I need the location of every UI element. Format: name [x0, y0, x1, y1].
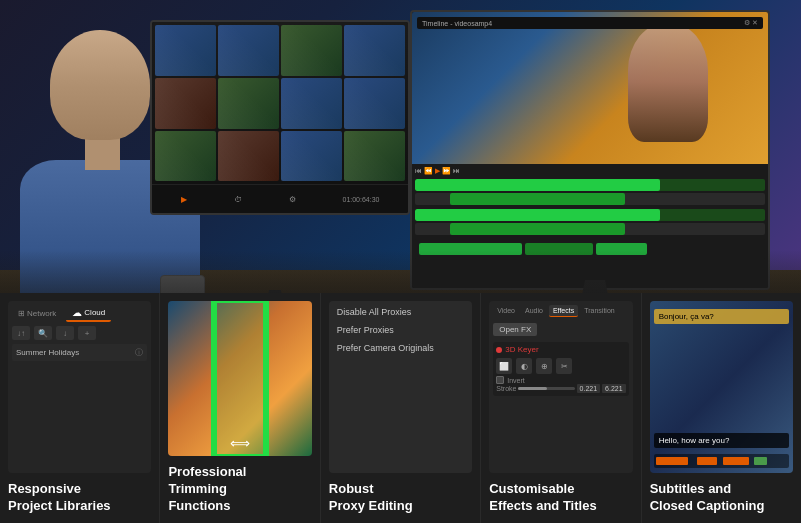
invert-checkbox[interactable]: [496, 376, 504, 384]
effects-tabs: Video Audio Effects Transition: [493, 305, 628, 317]
effect-ctrl-btn-2[interactable]: ◐: [516, 358, 532, 374]
stroke-label: Stroke: [496, 385, 516, 392]
thumbnail: [344, 78, 405, 129]
subtitles-preview-area: Bonjour, ça va? Hello, how are you?: [650, 301, 793, 473]
monitor-toolbar: ▶ ⏱ ⚙ 01:00:64:30: [152, 184, 408, 213]
subtitle-block-4: [754, 457, 767, 465]
video-subject: [628, 22, 708, 142]
keyer-label: 3D Keyer: [496, 345, 625, 354]
hero-background: ▶ ⏱ ⚙ 01:00:64:30 Timeline - videosamp4 …: [0, 0, 801, 330]
info-icon: ⓘ: [135, 347, 143, 358]
subtitle-block-2: [697, 457, 717, 465]
library-item[interactable]: Summer Holidays ⓘ: [12, 344, 147, 361]
open-fx-button[interactable]: Open FX: [493, 323, 537, 336]
panel-1-toolbar: ↓↑ 🔍 ↓ +: [12, 326, 147, 340]
thumbnail: [155, 25, 216, 76]
effect-ctrl-btn-1[interactable]: ⬜: [496, 358, 512, 374]
tab-video[interactable]: Video: [493, 305, 519, 317]
panel-1-ui: Network Cloud ↓↑ 🔍 ↓ + Summer Holidays ⓘ: [8, 301, 151, 473]
panel-1-tabs: Network Cloud: [12, 305, 147, 322]
tab-network-label: Network: [27, 309, 56, 318]
trim-selection-overlay: [211, 301, 268, 456]
invert-label: Invert: [507, 377, 525, 384]
thumbnail: [218, 131, 279, 182]
subtitle-box-translation: Hello, how are you?: [654, 433, 789, 448]
slider-bar: [518, 387, 574, 390]
sort-button[interactable]: ↓↑: [12, 326, 30, 340]
timeline-bar: [415, 223, 765, 235]
timeline-bar: [415, 193, 765, 205]
panel-trimming-functions: ⟺ ProfessionalTrimmingFunctions: [160, 293, 320, 523]
panel-2-label: ProfessionalTrimmingFunctions: [168, 464, 311, 515]
stroke-value-2: 6.221: [602, 384, 626, 393]
tab-transition[interactable]: Transition: [580, 305, 618, 317]
thumbnail: [344, 25, 405, 76]
thumbnail: [344, 131, 405, 182]
invert-row: Invert: [496, 376, 625, 384]
subtitle-text-2: Hello, how are you?: [659, 436, 730, 445]
tab-network[interactable]: Network: [12, 305, 62, 322]
search-button[interactable]: 🔍: [34, 326, 52, 340]
effects-panel-ui: Video Audio Effects Transition Open FX 3…: [489, 301, 632, 473]
monitor-right-preview: Timeline - videosamp4 ⚙ ✕: [412, 12, 768, 164]
thumbnail: [218, 25, 279, 76]
tab-cloud[interactable]: Cloud: [66, 305, 111, 322]
timeline-bar: [415, 209, 765, 221]
trim-arrow-icon: ⟺: [230, 435, 250, 451]
panel-subtitles-captioning: Bonjour, ça va? Hello, how are you? Subt…: [642, 293, 801, 523]
monitor-left-screen: [152, 22, 408, 184]
subtitle-timeline-track: [654, 454, 789, 468]
tab-cloud-label: Cloud: [84, 308, 105, 317]
stroke-slider[interactable]: [518, 387, 574, 390]
thumbnail: [281, 78, 342, 129]
tab-effects[interactable]: Effects: [549, 305, 578, 317]
trim-preview-area: ⟺: [168, 301, 311, 456]
thumbnail: [155, 131, 216, 182]
effects-control-buttons: ⬜ ◐ ⊕ ✂: [496, 358, 625, 374]
library-item-name: Summer Holidays: [16, 348, 79, 357]
stroke-row: Stroke 0.221 6.221: [496, 384, 625, 393]
panel-effects-titles: Video Audio Effects Transition Open FX 3…: [481, 293, 641, 523]
trim-handle-right[interactable]: [263, 301, 269, 456]
panel-4-label: CustomisableEffects and Titles: [489, 481, 632, 515]
thumbnail: [155, 78, 216, 129]
thumbnail: [281, 131, 342, 182]
cloud-icon: [72, 307, 82, 318]
stroke-value-1: 0.221: [577, 384, 601, 393]
download-button[interactable]: ↓: [56, 326, 74, 340]
proxy-menu-item-disable[interactable]: Disable All Proxies: [337, 305, 464, 319]
proxy-menu-item-prefer[interactable]: Prefer Proxies: [337, 323, 464, 337]
subtitle-block-3: [723, 457, 749, 465]
trim-handle-left[interactable]: [211, 301, 217, 456]
network-icon: [18, 309, 25, 318]
thumbnail: [281, 25, 342, 76]
panel-1-label: ResponsiveProject Libraries: [8, 481, 151, 515]
monitor-left: ▶ ⏱ ⚙ 01:00:64:30: [150, 20, 410, 215]
tab-audio[interactable]: Audio: [521, 305, 547, 317]
monitor-right-timeline: ⏮ ⏪ ▶ ⏩ ⏭: [412, 164, 768, 288]
effect-ctrl-btn-4[interactable]: ✂: [556, 358, 572, 374]
panel-responsive-libraries: Network Cloud ↓↑ 🔍 ↓ + Summer Holidays ⓘ…: [0, 293, 160, 523]
subtitle-block-1: [656, 457, 689, 465]
proxy-menu-item-camera[interactable]: Prefer Camera Originals: [337, 341, 464, 355]
panel-5-label: Subtitles andClosed Captioning: [650, 481, 793, 515]
keyer-section: 3D Keyer ⬜ ◐ ⊕ ✂ Invert Stroke: [493, 342, 628, 396]
feature-panels-container: Network Cloud ↓↑ 🔍 ↓ + Summer Holidays ⓘ…: [0, 293, 801, 523]
panel-3-label: RobustProxy Editing: [329, 481, 472, 515]
thumbnail: [218, 78, 279, 129]
subtitle-box-foreign: Bonjour, ça va?: [654, 309, 789, 324]
proxy-menu: Disable All Proxies Prefer Proxies Prefe…: [329, 301, 472, 473]
timeline-bar: [415, 179, 765, 191]
person-head: [50, 30, 150, 140]
subtitle-text-1: Bonjour, ça va?: [659, 312, 714, 321]
effect-ctrl-btn-3[interactable]: ⊕: [536, 358, 552, 374]
keyer-status-dot: [496, 347, 502, 353]
monitor-right: Timeline - videosamp4 ⚙ ✕ ⏮ ⏪ ▶ ⏩ ⏭: [410, 10, 770, 290]
panel-proxy-editing: Disable All Proxies Prefer Proxies Prefe…: [321, 293, 481, 523]
add-button[interactable]: +: [78, 326, 96, 340]
